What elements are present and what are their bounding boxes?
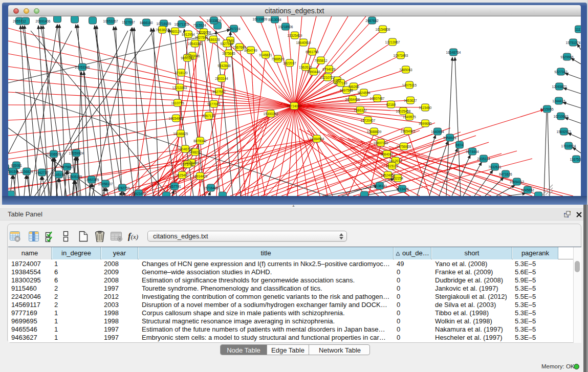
svg-text:9463627: 9463627 <box>404 99 417 102</box>
svg-text:7485063: 7485063 <box>399 68 412 72</box>
svg-text:16648764: 16648764 <box>446 51 461 54</box>
svg-text:19756928: 19756928 <box>397 145 411 148</box>
svg-text:16782759: 16782759 <box>115 186 130 190</box>
svg-text:1167533: 1167533 <box>570 158 581 161</box>
svg-text:1615112: 1615112 <box>386 164 399 168</box>
svg-text:7386322: 7386322 <box>354 108 367 112</box>
svg-text:18640910: 18640910 <box>296 41 311 45</box>
svg-text:7632621: 7632621 <box>488 165 502 169</box>
svg-text:5958928: 5958928 <box>443 136 456 140</box>
svg-text:7955812: 7955812 <box>314 59 328 62</box>
svg-text:12213967: 12213967 <box>385 40 400 44</box>
svg-text:20206576: 20206576 <box>47 152 61 156</box>
svg-text:15692971: 15692971 <box>557 130 572 134</box>
svg-text:15716485: 15716485 <box>204 186 219 190</box>
svg-text:12213363: 12213363 <box>172 86 187 90</box>
svg-text:12505185: 12505185 <box>68 175 82 179</box>
svg-text:1156829: 1156829 <box>20 170 33 173</box>
svg-text:10025458: 10025458 <box>396 110 411 113</box>
svg-text:17016504: 17016504 <box>561 144 576 148</box>
svg-text:1244415: 1244415 <box>552 99 565 103</box>
svg-text:9084067: 9084067 <box>380 152 394 156</box>
svg-text:9115460: 9115460 <box>419 106 432 110</box>
svg-text:935061: 935061 <box>11 164 22 167</box>
svg-text:16033809: 16033809 <box>207 19 222 23</box>
svg-text:1612074: 1612074 <box>389 159 402 163</box>
svg-text:16914479: 16914479 <box>193 174 208 178</box>
svg-text:13325419: 13325419 <box>288 34 302 37</box>
svg-text:8186328: 8186328 <box>207 38 220 41</box>
svg-text:9177006: 9177006 <box>207 102 221 106</box>
svg-text:10654112: 10654112 <box>510 180 525 184</box>
svg-text:9227342: 9227342 <box>554 70 568 74</box>
svg-text:19218506: 19218506 <box>278 25 293 29</box>
svg-text:6497568: 6497568 <box>340 89 353 92</box>
svg-text:62160: 62160 <box>386 103 396 106</box>
svg-text:7357224: 7357224 <box>227 27 241 31</box>
svg-text:16210643: 16210643 <box>554 115 569 118</box>
svg-text:8267130: 8267130 <box>202 114 215 118</box>
svg-text:2718120: 2718120 <box>175 71 188 75</box>
svg-text:13226058: 13226058 <box>197 31 211 34</box>
svg-text:6874: 6874 <box>456 143 464 147</box>
svg-text:20691406: 20691406 <box>36 19 51 23</box>
svg-text:7515524: 7515524 <box>193 24 206 27</box>
svg-text:20364436: 20364436 <box>345 98 360 101</box>
svg-text:14136141: 14136141 <box>373 184 387 188</box>
svg-text:16543382: 16543382 <box>188 42 203 46</box>
svg-text:6961758: 6961758 <box>306 50 319 54</box>
svg-text:9242848: 9242848 <box>217 64 231 68</box>
svg-text:3822037: 3822037 <box>283 61 296 65</box>
svg-text:1117: 1117 <box>575 28 581 31</box>
svg-text:10973493: 10973493 <box>394 54 408 57</box>
svg-text:10958107: 10958107 <box>98 182 113 186</box>
svg-text:15720407: 15720407 <box>361 119 376 122</box>
svg-text:746266: 746266 <box>348 85 359 89</box>
svg-text:10807487: 10807487 <box>370 97 385 100</box>
svg-text:18724007: 18724007 <box>287 104 302 108</box>
svg-text:20053346: 20053346 <box>75 65 90 69</box>
svg-text:19654983: 19654983 <box>169 117 184 120</box>
svg-text:19654923: 19654923 <box>401 129 416 133</box>
svg-text:8990448: 8990448 <box>307 70 320 74</box>
svg-text:7625402: 7625402 <box>176 173 189 177</box>
svg-text:1145194: 1145194 <box>53 173 66 177</box>
svg-text:17359924: 17359924 <box>69 151 84 155</box>
svg-text:3624554: 3624554 <box>357 91 371 95</box>
svg-text:2687682: 2687682 <box>365 19 379 23</box>
svg-text:1549575: 1549575 <box>403 115 416 119</box>
svg-text:6794028: 6794028 <box>322 68 336 71</box>
svg-text:15300293: 15300293 <box>264 112 278 116</box>
svg-text:2935114: 2935114 <box>477 157 490 161</box>
svg-text:17957225: 17957225 <box>84 178 99 182</box>
svg-text:9327505: 9327505 <box>220 42 233 46</box>
svg-text:8466160: 8466160 <box>140 21 153 25</box>
svg-text:10653267: 10653267 <box>103 19 118 23</box>
svg-text:8215955: 8215955 <box>540 107 554 111</box>
svg-text:9857791: 9857791 <box>168 185 181 188</box>
svg-text:8454749: 8454749 <box>244 49 257 52</box>
svg-text:10719155: 10719155 <box>157 22 171 26</box>
svg-text:8427552: 8427552 <box>212 90 226 94</box>
svg-text:1640954: 1640954 <box>431 130 444 134</box>
svg-text:12093872: 12093872 <box>552 85 567 89</box>
svg-text:16033809: 16033809 <box>253 17 268 21</box>
svg-text:8912954: 8912954 <box>182 33 195 36</box>
svg-text:10688609: 10688609 <box>367 130 382 134</box>
svg-text:9890363: 9890363 <box>181 56 194 60</box>
svg-text:3875685: 3875685 <box>222 52 235 55</box>
svg-text:19166825: 19166825 <box>173 132 188 136</box>
svg-text:16154808: 16154808 <box>376 28 390 31</box>
svg-text:39159: 39159 <box>8 170 17 173</box>
svg-text:8471626: 8471626 <box>499 172 512 176</box>
svg-text:8878342: 8878342 <box>193 139 207 143</box>
svg-text:1575702: 1575702 <box>181 163 194 166</box>
svg-text:1527607: 1527607 <box>122 20 135 24</box>
svg-text:19384554: 19384554 <box>310 137 324 141</box>
svg-text:7588520: 7588520 <box>271 57 285 61</box>
svg-text:9329966: 9329966 <box>560 55 574 59</box>
svg-text:16210722: 16210722 <box>320 76 335 79</box>
svg-text:1733426: 1733426 <box>396 187 409 191</box>
svg-text:9245652: 9245652 <box>521 188 534 192</box>
svg-text:7663822: 7663822 <box>156 28 169 32</box>
